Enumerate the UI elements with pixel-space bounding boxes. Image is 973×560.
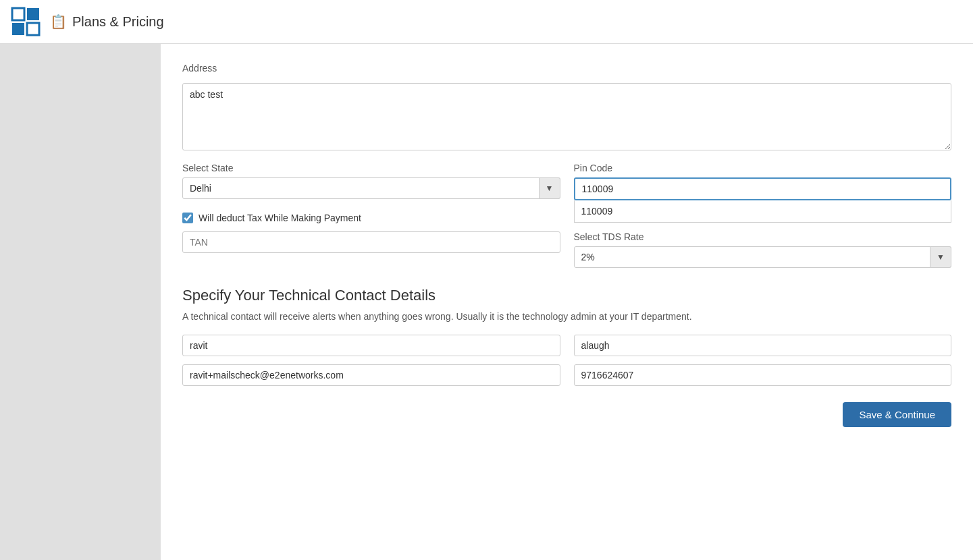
tax-checkbox-label[interactable]: Will deduct Tax While Making Payment (199, 213, 361, 223)
logo (11, 7, 41, 36)
address-group: Address <span class="spellcheck-underlin… (182, 63, 951, 150)
tds-select-wrapper: 1% 2% 5% 10% ▼ (574, 246, 952, 268)
svg-rect-0 (12, 8, 24, 20)
header: 📋 Plans & Pricing (0, 0, 973, 44)
tech-phone-input[interactable] (574, 364, 952, 386)
main-content: Address <span class="spellcheck-underlin… (161, 44, 973, 560)
tan-input[interactable] (182, 231, 560, 253)
address-textarea[interactable]: <span class="spellcheck-underline">abc</… (182, 83, 951, 150)
save-row: Save & Continue (182, 402, 951, 427)
address-label: Address (182, 63, 951, 74)
sidebar (0, 44, 161, 560)
tds-label: Select TDS Rate (574, 231, 952, 242)
state-label: Select State (182, 163, 560, 173)
state-select[interactable]: Delhi Maharashtra Karnataka Tamil Nadu U… (182, 177, 560, 199)
state-select-wrapper: Delhi Maharashtra Karnataka Tamil Nadu U… (182, 177, 560, 199)
tds-group: Select TDS Rate 1% 2% 5% 10% ▼ (574, 231, 952, 268)
pincode-label: Pin Code (574, 163, 952, 173)
pincode-group: Pin Code 110009 (574, 163, 952, 200)
tan-group (182, 231, 560, 253)
pincode-dropdown: 110009 (574, 200, 952, 223)
svg-rect-3 (27, 23, 39, 35)
layout: Address <span class="spellcheck-underlin… (0, 44, 973, 560)
tech-name-row (182, 335, 951, 356)
svg-rect-2 (12, 23, 24, 35)
state-pincode-row: Select State Delhi Maharashtra Karnataka… (182, 163, 951, 200)
technical-section-heading: Specify Your Technical Contact Details (182, 287, 951, 304)
pincode-option[interactable]: 110009 (575, 200, 951, 222)
tds-row: Select TDS Rate 1% 2% 5% 10% ▼ (182, 231, 951, 268)
tech-firstname-input[interactable] (182, 335, 560, 356)
plans-icon: 📋 (50, 13, 67, 30)
pincode-input[interactable] (574, 177, 952, 200)
tech-lastname-input[interactable] (574, 335, 952, 356)
svg-rect-1 (27, 8, 39, 20)
form-card: Address <span class="spellcheck-underlin… (161, 44, 973, 560)
pincode-container: 110009 (574, 177, 952, 200)
page-title: 📋 Plans & Pricing (50, 13, 164, 30)
tax-checkbox[interactable] (182, 213, 193, 223)
tech-contact-row (182, 364, 951, 386)
tds-select[interactable]: 1% 2% 5% 10% (574, 246, 952, 268)
state-group: Select State Delhi Maharashtra Karnataka… (182, 163, 560, 199)
save-continue-button[interactable]: Save & Continue (843, 402, 951, 427)
tech-email-input[interactable] (182, 364, 560, 386)
technical-section-desc: A technical contact will receive alerts … (182, 310, 951, 324)
